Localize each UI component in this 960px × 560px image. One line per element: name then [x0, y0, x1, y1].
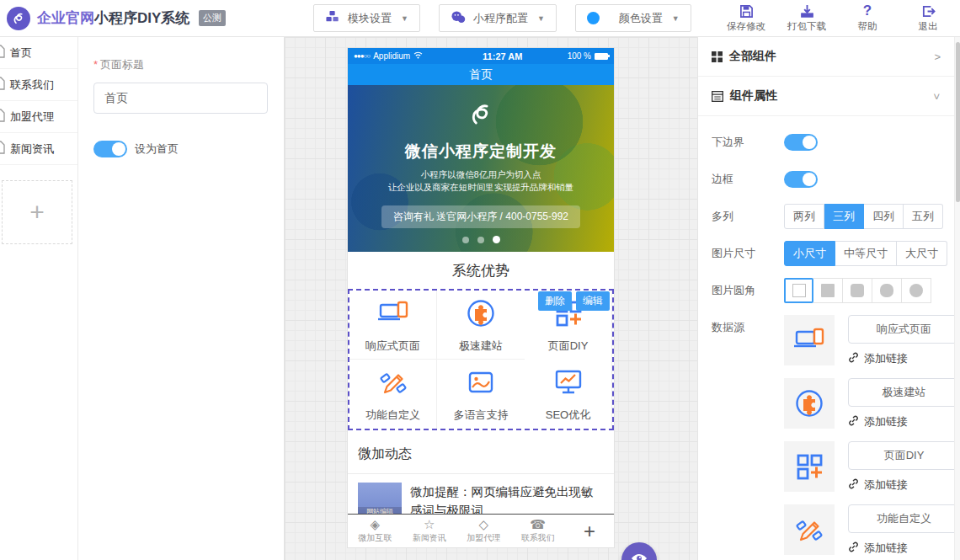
columns-option-5[interactable]: 五列 [904, 204, 943, 229]
page-icon [0, 141, 5, 157]
news-thumbnail: 网站编辑 [358, 483, 402, 514]
battery-label: 100 % [568, 51, 591, 61]
columns-option-4[interactable]: 四列 [864, 204, 904, 229]
radius-option-square[interactable] [784, 278, 813, 303]
tab-wejia[interactable]: ◈ 微加互联 [348, 515, 402, 547]
grid-item-fast-build[interactable]: 极速建站 [437, 291, 525, 360]
save-button[interactable]: 保存修改 [724, 3, 768, 33]
tab-news[interactable]: ☆ 新闻资讯 [402, 515, 456, 547]
edit-component-button[interactable]: 编辑 [576, 291, 610, 311]
selected-component-grid[interactable]: 删除 编辑 响应式页面 极速建站 页面DIY 功能自定义 [348, 289, 614, 430]
sidebar-item-label: 加盟代理 [10, 109, 54, 125]
add-page-button[interactable]: + [2, 180, 72, 244]
radius-option-2[interactable] [843, 278, 872, 303]
news-section-title: 微加动态 [348, 430, 614, 474]
custom-func-icon [376, 365, 410, 403]
exit-button[interactable]: 退出 [906, 3, 950, 33]
page-title-input[interactable] [93, 83, 268, 114]
miniprogram-icon [451, 11, 466, 26]
plus-icon: + [29, 198, 45, 227]
add-link-button[interactable]: 添加链接 [848, 477, 954, 493]
link-icon [848, 541, 859, 555]
download-label: 打包下载 [787, 20, 826, 33]
seo-icon [552, 365, 585, 403]
main-area: 首页 联系我们 加盟代理 新闻资讯 + *页面标题 设为首页 [0, 37, 960, 560]
help-icon: ? [863, 3, 872, 19]
fast-build-icon [464, 296, 498, 333]
phone-status-bar: ●●●○○ Applidium 11:27 AM 100 % [348, 48, 614, 64]
add-link-button[interactable]: 添加链接 [848, 541, 954, 556]
hero-title: 微信小程序定制开发 [348, 141, 614, 163]
carousel-dots[interactable] [348, 236, 614, 243]
hero-logo-icon [348, 100, 614, 132]
img-size-large[interactable]: 大尺寸 [897, 241, 947, 266]
responsive-icon [376, 296, 410, 333]
brand: 企业官网小程序DIY系统 公测 [0, 7, 278, 30]
grid-item-seo[interactable]: SEO优化 [525, 360, 612, 429]
datasource-label: 数据源 [712, 315, 784, 560]
phone-nav-title: 首页 [469, 67, 493, 83]
set-home-toggle[interactable] [93, 141, 127, 157]
columns-segmented-control: 两列 三列 四列 五列 [784, 204, 943, 229]
download-button[interactable]: 打包下载 [785, 3, 829, 33]
help-button[interactable]: ? 帮助 [845, 3, 889, 33]
tab-add-button[interactable]: + [565, 515, 614, 547]
border-label: 边框 [712, 167, 784, 192]
component-props-header[interactable]: 组件属性 > [698, 77, 954, 116]
add-link-button[interactable]: 添加链接 [848, 351, 954, 366]
components-grid-icon [712, 51, 723, 62]
miniprogram-config-dropdown[interactable]: 小程序配置 ▼ [439, 4, 557, 32]
header-toolbar: 模块设置 ▼ 小程序配置 ▼ 颜色设置 ▼ [313, 4, 691, 32]
save-label: 保存修改 [727, 20, 765, 33]
bottom-border-label: 下边界 [712, 130, 784, 155]
columns-option-3[interactable]: 三列 [824, 204, 864, 229]
datasource-item: 添加链接 [784, 315, 954, 366]
scrollbar-thumb[interactable] [956, 42, 960, 202]
grid-item-multilang[interactable]: 多语言支持 [437, 360, 525, 429]
radius-option-circle[interactable] [902, 278, 931, 303]
tab-contact[interactable]: ☎ 联系我们 [510, 515, 564, 547]
img-size-small[interactable]: 小尺寸 [784, 241, 835, 266]
page-title: 企业官网小程序DIY系统 公测 [37, 8, 226, 28]
bottom-border-toggle[interactable] [784, 134, 818, 151]
hero-subtitle: 小程序以微信8亿用户为切入点 让企业以及商家在短时间里实现提升品牌和销量 [348, 168, 614, 194]
border-toggle[interactable] [784, 171, 818, 188]
tab-agency[interactable]: ◇ 加盟代理 [456, 515, 510, 547]
header-actions: 保存修改 打包下载 ? 帮助 退出 [724, 3, 950, 33]
sidebar-item-agency[interactable]: 加盟代理 [0, 101, 77, 133]
star-icon: ☆ [424, 518, 435, 531]
sidebar-item-home[interactable]: 首页 [0, 37, 77, 69]
color-swatch-icon [587, 12, 600, 24]
radius-option-3[interactable] [872, 278, 902, 303]
preview-eye-button[interactable] [621, 542, 657, 560]
custom-func-icon [784, 504, 835, 555]
columns-option-2[interactable]: 两列 [784, 204, 824, 229]
radius-option-1[interactable] [813, 278, 843, 303]
all-components-header[interactable]: 全部组件 > [698, 37, 954, 77]
add-link-button[interactable]: 添加链接 [848, 414, 954, 429]
datasource-name-input[interactable] [848, 441, 954, 470]
datasource-name-input[interactable] [848, 315, 954, 344]
module-settings-dropdown[interactable]: 模块设置 ▼ [313, 4, 420, 32]
sidebar-item-contact[interactable]: 联系我们 [0, 69, 77, 101]
chevron-down-icon: ▼ [672, 14, 680, 23]
sidebar-item-news[interactable]: 新闻资讯 [0, 133, 77, 165]
datasource-name-input[interactable] [848, 378, 954, 407]
page-scrollbar[interactable] [954, 37, 960, 560]
module-settings-label: 模块设置 [348, 11, 392, 26]
news-list-item[interactable]: 网站编辑 微加提醒：网页编辑应避免出现敏感词与极限词 [348, 474, 614, 514]
img-size-medium[interactable]: 中等尺寸 [835, 241, 897, 266]
columns-label: 多列 [712, 204, 784, 229]
sidebar-item-label: 新闻资讯 [10, 141, 54, 157]
battery-icon [595, 53, 608, 60]
eye-icon [631, 552, 648, 560]
delete-component-button[interactable]: 删除 [538, 291, 572, 311]
color-settings-dropdown[interactable]: 颜色设置 ▼ [575, 4, 691, 32]
plus-icon: + [584, 520, 595, 543]
grid-item-custom-func[interactable]: 功能自定义 [349, 360, 437, 429]
datasource-name-input[interactable] [848, 504, 954, 533]
chevron-down-icon: ▼ [537, 14, 545, 23]
wifi-icon [413, 51, 423, 61]
grid-item-responsive[interactable]: 响应式页面 [349, 291, 437, 360]
hero-banner[interactable]: 微信小程序定制开发 小程序以微信8亿用户为切入点 让企业以及商家在短时间里实现提… [348, 85, 614, 252]
